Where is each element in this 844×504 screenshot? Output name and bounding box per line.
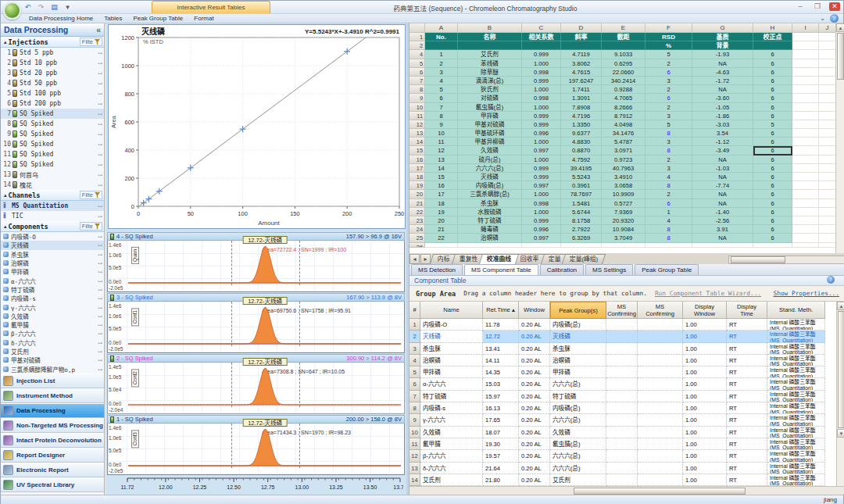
data-cell[interactable]: RT bbox=[727, 391, 767, 402]
component-item[interactable]: 久效磷⊶ bbox=[1, 312, 104, 320]
data-cell[interactable]: 0.9288 bbox=[602, 85, 646, 94]
data-cell[interactable]: 19.30 bbox=[483, 438, 519, 450]
injection-item[interactable]: 8SQ Spiked⊶ bbox=[1, 119, 104, 129]
data-cell[interactable]: 19.57 bbox=[483, 450, 519, 462]
data-cell[interactable]: 6 bbox=[753, 112, 792, 120]
data-cell[interactable]: RT bbox=[727, 438, 767, 450]
data-cell[interactable]: RT bbox=[727, 343, 767, 355]
component-row[interactable]: 11氟甲腈19.300.20 AL氟虫腈(总)1.00RTInternal 磷酸… bbox=[409, 438, 836, 450]
data-cell[interactable]: 5.6744 bbox=[561, 208, 602, 216]
scroll-down-icon[interactable]: ▼ bbox=[837, 429, 844, 438]
data-cell[interactable]: 0.997 bbox=[522, 146, 561, 155]
data-cell[interactable]: 12 bbox=[425, 146, 458, 155]
data-cell[interactable] bbox=[638, 463, 683, 474]
data-cell[interactable]: 甲拌磷 bbox=[420, 366, 483, 378]
data-cell[interactable]: 1.00 bbox=[683, 331, 727, 342]
data-cell[interactable]: 34.1476 bbox=[602, 129, 646, 138]
application-menu-orb[interactable] bbox=[3, 2, 21, 20]
injection-item[interactable]: 7SQ Spiked⊶ bbox=[1, 109, 104, 119]
data-cell[interactable]: 0.20 AL bbox=[519, 474, 550, 486]
data-cell[interactable]: 6 bbox=[646, 94, 692, 102]
data-cell[interactable]: 滴滴涕(总) bbox=[458, 77, 522, 85]
data-cell[interactable] bbox=[606, 355, 638, 366]
nav-item-electronic-report[interactable]: Electronic Report bbox=[1, 463, 104, 477]
data-cell[interactable]: 0.5727 bbox=[602, 199, 646, 208]
data-cell[interactable]: 1 bbox=[646, 208, 692, 216]
minimize-button[interactable]: – bbox=[795, 2, 806, 11]
data-cell[interactable] bbox=[819, 112, 836, 120]
data-cell[interactable]: 0.998 bbox=[522, 68, 561, 77]
data-cell[interactable]: 6 bbox=[753, 173, 792, 181]
ribbon-tab-format[interactable]: Format bbox=[194, 14, 213, 23]
header-cell[interactable] bbox=[819, 33, 836, 41]
data-cell[interactable]: 6 bbox=[753, 68, 792, 77]
channel-item[interactable]: ⅱMS Quantitation⊶ bbox=[1, 201, 104, 211]
data-cell[interactable]: RT bbox=[727, 378, 767, 390]
data-cell[interactable]: 1.000 bbox=[522, 190, 561, 198]
column-letter-H[interactable]: H bbox=[753, 23, 792, 33]
data-cell[interactable]: 8.2666 bbox=[602, 103, 646, 112]
data-cell[interactable]: 2 bbox=[646, 59, 692, 68]
row-number[interactable]: 15 bbox=[409, 146, 425, 155]
column-header-#[interactable]: # bbox=[409, 302, 420, 319]
component-row[interactable]: 6α-六六六15.030.20 AL六六六(总)1.00RTInternal 磷… bbox=[409, 378, 836, 390]
data-cell[interactable]: RT bbox=[727, 366, 767, 378]
channel-item[interactable]: ⅱTIC⊶ bbox=[1, 211, 104, 221]
header-cell[interactable]: 相关系数 bbox=[522, 33, 561, 41]
data-cell[interactable]: 1.00 bbox=[683, 427, 727, 438]
injection-item[interactable]: 6Std 200 ppb⊶ bbox=[1, 98, 104, 109]
data-cell[interactable]: 0.997 bbox=[522, 234, 561, 242]
component-item[interactable]: γ-六六六⊶ bbox=[1, 302, 104, 311]
data-cell[interactable]: RT bbox=[727, 450, 767, 462]
data-cell[interactable] bbox=[753, 243, 792, 248]
injection-item[interactable]: 12SQ Spiked⊶ bbox=[1, 159, 104, 170]
data-cell[interactable]: 4.7615 bbox=[561, 68, 602, 77]
injection-item[interactable]: 1Std 5 ppb⊶ bbox=[1, 48, 104, 58]
data-cell[interactable]: 15 bbox=[425, 173, 458, 181]
data-cell[interactable]: 20 bbox=[425, 216, 458, 225]
header-cell[interactable]: 校正点 bbox=[753, 33, 792, 41]
data-cell[interactable]: 340.2414 bbox=[602, 77, 646, 85]
row-number[interactable]: 17 bbox=[409, 164, 425, 173]
data-cell[interactable]: 6 bbox=[753, 59, 792, 68]
filter-control[interactable]: Filte bbox=[80, 38, 102, 46]
data-cell[interactable]: 1.00 bbox=[683, 463, 727, 474]
data-cell[interactable]: 1.00 bbox=[683, 414, 727, 426]
data-cell[interactable] bbox=[792, 77, 819, 85]
data-cell[interactable]: RT bbox=[727, 355, 767, 366]
data-cell[interactable]: 3.7049 bbox=[602, 234, 646, 242]
data-cell[interactable]: -1.03 bbox=[692, 164, 753, 173]
data-cell[interactable]: 1.000 bbox=[522, 103, 561, 112]
data-cell[interactable]: 5.5243 bbox=[561, 173, 602, 181]
data-cell[interactable] bbox=[638, 366, 683, 378]
data-cell[interactable] bbox=[606, 463, 638, 474]
data-cell[interactable]: 0.8870 bbox=[561, 146, 602, 155]
chromatogram-plot[interactable]: 1.4e51.0e55.0e40.0e0-2.0e4Conf212.72-灭线磷… bbox=[107, 363, 405, 414]
data-cell[interactable]: 0.999 bbox=[522, 50, 561, 59]
data-cell[interactable]: 甲基异柳磷 bbox=[458, 138, 522, 146]
data-cell[interactable] bbox=[792, 173, 819, 181]
data-cell[interactable]: 杀虫脒 bbox=[458, 199, 522, 208]
header-cell[interactable]: 截距 bbox=[602, 33, 646, 41]
data-cell[interactable]: 1.00 bbox=[683, 474, 727, 486]
component-row[interactable]: 10久效磷18.070.20 AL久效磷1.00RTInternal 磷酸三苯酯… bbox=[409, 427, 836, 438]
stand-meth-cell[interactable]: Internal 磷酸三苯酯(MS_Quantitation) bbox=[767, 355, 825, 366]
data-cell[interactable]: 蝇毒磷 bbox=[458, 225, 522, 234]
data-cell[interactable]: 6 bbox=[753, 85, 792, 94]
injection-item[interactable]: 11SQ Spiked⊶ bbox=[1, 149, 104, 159]
data-cell[interactable]: α-六六六 bbox=[420, 378, 483, 390]
component-item[interactable]: β-六六六⊶ bbox=[1, 329, 104, 338]
data-cell[interactable] bbox=[638, 343, 683, 355]
stand-meth-cell[interactable]: Internal 磷酸三苯酯(MS_Quantitation) bbox=[767, 391, 825, 402]
data-cell[interactable]: 6 bbox=[646, 199, 692, 208]
data-cell[interactable]: 0.999 bbox=[522, 120, 561, 129]
data-cell[interactable] bbox=[638, 438, 683, 450]
component-item[interactable]: α-六六六⊶ bbox=[1, 276, 104, 284]
data-cell[interactable] bbox=[606, 402, 638, 414]
row-number[interactable]: 4 bbox=[409, 50, 425, 59]
column-letter-J[interactable]: J bbox=[819, 23, 836, 33]
data-cell[interactable]: 6 bbox=[753, 129, 792, 138]
data-cell[interactable]: 10.9084 bbox=[602, 225, 646, 234]
data-cell[interactable]: 氟虫腈(总) bbox=[458, 103, 522, 112]
data-cell[interactable]: 对硫磷 bbox=[458, 94, 522, 102]
